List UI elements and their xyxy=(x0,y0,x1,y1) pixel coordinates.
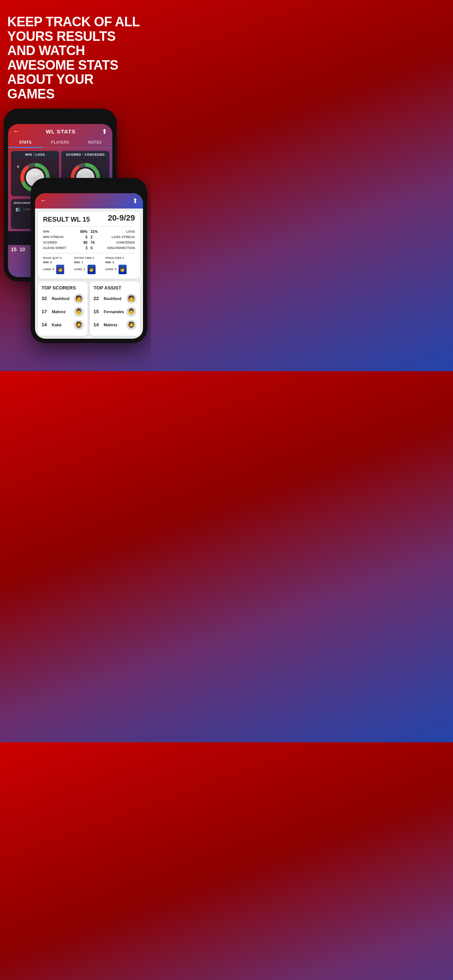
phones-area: ← WL STATS ⬆ STATS PLAYERS NOTES xyxy=(4,109,147,371)
penalties-win-label: WIN xyxy=(105,261,111,264)
disconnections-value: 0 xyxy=(16,207,19,213)
assist-2-num: 15 xyxy=(93,309,101,314)
penalties-title: PENALTIES 2 xyxy=(105,256,135,259)
ragequit-loss-val: 0 xyxy=(53,267,54,271)
back-phone-title: WL STATS xyxy=(46,128,75,135)
tabs-bar: STATS PLAYERS NOTES xyxy=(8,138,112,148)
tab-stats[interactable]: STATS xyxy=(8,138,43,148)
front-phone-header: ← ⬆ xyxy=(35,193,143,208)
assist-1-num: 22 xyxy=(93,296,101,301)
stat-disconn-label: DISCONNECTION xyxy=(100,246,135,250)
front-phone-screen: ← ⬆ RESULT WL 15 20-9/29 WIN 69% xyxy=(35,193,143,339)
front-phone-notch xyxy=(71,182,107,190)
stat-win-label: WIN xyxy=(43,230,77,234)
penalties-win-val: 2 xyxy=(112,261,114,264)
share-button[interactable]: ⬆ xyxy=(102,127,107,135)
extratime-win-val: 1 xyxy=(81,261,83,264)
penalties-loss-val: 0 xyxy=(115,267,116,271)
extratime-loss-label: LOSS xyxy=(74,267,82,271)
penalties-loss-row: LOSS 0 🧑 xyxy=(105,265,135,274)
top-scorers-title: TOP SCORERS xyxy=(41,285,84,291)
result-divider xyxy=(43,226,135,227)
stat-scored-vals: 80 74 xyxy=(80,240,98,245)
top-assist-title: TOP ASSIST xyxy=(93,285,136,291)
scorer-1-name: Rashford xyxy=(52,296,72,301)
scorer-2-name: Mahrez xyxy=(52,310,72,314)
stat-lstreak-label: LOSS STREAK xyxy=(100,235,135,239)
stat-sheet-label: CLEAN SHEET xyxy=(43,246,77,250)
result-divider-2 xyxy=(43,253,135,253)
back-phone-header: ← WL STATS ⬆ xyxy=(8,124,112,138)
cursor xyxy=(19,207,20,212)
ragequit-loss-label: LOSS xyxy=(43,267,51,271)
tab-notes[interactable]: NOTES xyxy=(78,138,112,148)
win-loss-side-label: 9 xyxy=(17,165,19,169)
streak-num-1: 15 xyxy=(11,247,17,252)
scored-conceded-title: SCORED / CONCEDED xyxy=(61,151,109,158)
result-score: 20-9/29 xyxy=(108,213,135,223)
top-assist-card: TOP ASSIST 22 Rashford 🧑 15 Fernandes 👨 xyxy=(90,282,140,336)
stat-conceded-label: CONCEDED xyxy=(100,240,135,245)
scorer-1-avatar: 🧑 xyxy=(74,293,84,304)
ragequit-title: RAGE QUIT 9 xyxy=(43,256,73,259)
stat-sheet-vals: 3 0 xyxy=(80,246,98,250)
scorer-2-num: 17 xyxy=(41,309,49,314)
hero-title: KEEP TRACK OF ALL YOURS RESULTS AND WATC… xyxy=(7,14,144,101)
scorer-row-2: 17 Mahrez 👨 xyxy=(41,307,84,317)
front-share-button[interactable]: ⬆ xyxy=(132,197,138,205)
scorer-3-name: Kaká xyxy=(52,323,72,327)
assist-3-num: 14 xyxy=(93,322,101,328)
assist-row-1: 22 Rashford 🧑 xyxy=(93,293,136,304)
phone-notch xyxy=(42,113,78,121)
result-card: RESULT WL 15 20-9/29 WIN 69% 31% LOSS WI… xyxy=(38,212,140,278)
scorer-3-avatar: 🧔 xyxy=(74,320,84,330)
extra-col-penalties: PENALTIES 2 WIN 2 LOSS 0 🧑 xyxy=(105,256,135,275)
assist-1-name: Rashford xyxy=(104,296,124,301)
stat-wstreak-vals: 5 2 xyxy=(80,235,98,239)
front-back-button[interactable]: ← xyxy=(40,197,47,205)
ragequit-win-row: WIN 9 xyxy=(43,261,73,264)
win-loss-title: WIN / LOSS xyxy=(11,151,59,158)
streak-num-2: 10 xyxy=(20,247,26,252)
assist-2-avatar: 👨 xyxy=(126,307,136,317)
assist-2-name: Fernandes xyxy=(104,310,124,314)
stat-wstreak-label: WIN STREAK xyxy=(43,235,77,239)
extra-col-extratime: EXTRA TIME 2 WIN 1 LOSS 1 🧑 xyxy=(74,256,104,275)
stat-scored-label: SCORED xyxy=(43,240,77,245)
ragequit-loss-row: LOSS 0 🧑 xyxy=(43,265,73,274)
ragequit-win-label: WIN xyxy=(43,261,49,264)
assist-3-avatar: 🧔 xyxy=(126,320,136,330)
extra-col-ragequit: RAGE QUIT 9 WIN 9 LOSS 0 🧑 xyxy=(43,256,73,275)
extratime-loss-row: LOSS 1 🧑 xyxy=(74,265,104,274)
stat-win-vals: 69% 31% xyxy=(80,230,98,234)
back-button[interactable]: ← xyxy=(13,127,20,135)
scorer-3-num: 14 xyxy=(41,322,49,328)
extra-stats-row: RAGE QUIT 9 WIN 9 LOSS 0 🧑 xyxy=(43,256,135,275)
penalties-loss-label: LOSS xyxy=(105,267,113,271)
assist-row-3: 14 Mahrez 🧔 xyxy=(93,320,136,330)
penalties-player-icon: 🧑 xyxy=(118,265,126,274)
ragequit-player-icon: 🧑 xyxy=(56,265,64,274)
result-stats-grid: WIN 69% 31% LOSS WIN STREAK 5 2 LOSS STR… xyxy=(43,230,135,250)
scorer-row-1: 32 Rashford 🧑 xyxy=(41,293,84,304)
extratime-loss-val: 1 xyxy=(83,267,85,271)
extratime-win-label: WIN xyxy=(74,261,80,264)
ragequit-win-val: 9 xyxy=(50,261,52,264)
extratime-player-icon: 🧑 xyxy=(88,265,96,274)
stat-loss-label: LOSS xyxy=(100,230,135,234)
top-section: TOP SCORERS 32 Rashford 🧑 17 Mahrez 👨 xyxy=(38,282,140,336)
penalties-win-row: WIN 2 xyxy=(105,261,135,264)
front-phone: ← ⬆ RESULT WL 15 20-9/29 WIN 69% xyxy=(30,178,147,343)
assist-row-2: 15 Fernandes 👨 xyxy=(93,307,136,317)
scorer-2-avatar: 👨 xyxy=(74,307,84,317)
top-scorers-card: TOP SCORERS 32 Rashford 🧑 17 Mahrez 👨 xyxy=(38,282,88,336)
scorer-row-3: 14 Kaká 🧔 xyxy=(41,320,84,330)
extratime-win-row: WIN 1 xyxy=(74,261,104,264)
assist-1-avatar: 🧑 xyxy=(126,293,136,304)
scorer-1-num: 32 xyxy=(41,296,49,301)
hero-section: KEEP TRACK OF ALL YOURS RESULTS AND WATC… xyxy=(0,0,151,109)
extratime-title: EXTRA TIME 2 xyxy=(74,256,104,259)
assist-3-name: Mahrez xyxy=(104,323,124,327)
front-phone-frame: ← ⬆ RESULT WL 15 20-9/29 WIN 69% xyxy=(30,178,147,343)
tab-players[interactable]: PLAYERS xyxy=(43,138,77,148)
